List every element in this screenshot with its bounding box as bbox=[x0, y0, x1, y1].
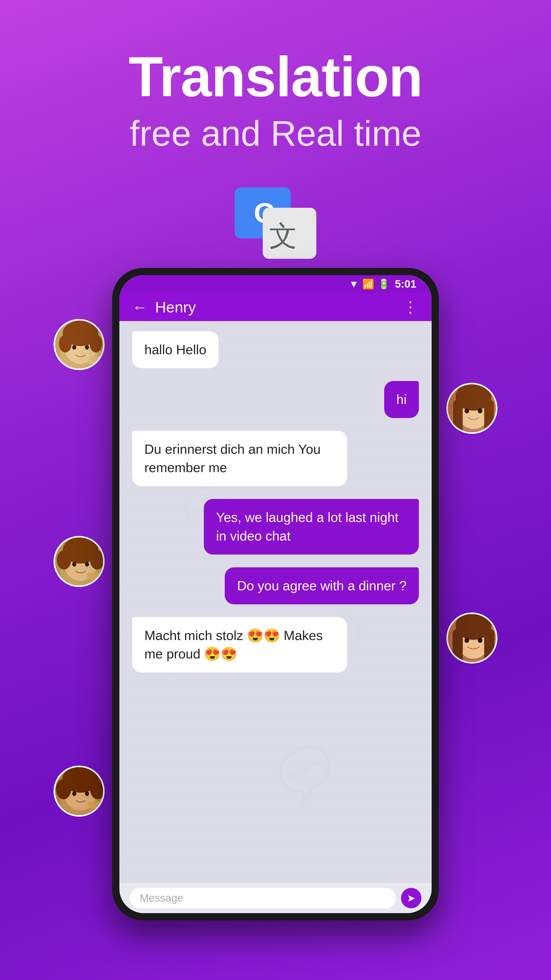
svg-point-8 bbox=[59, 334, 72, 352]
bubble-5: Do you agree with a dinner ? bbox=[225, 567, 419, 605]
svg-point-10 bbox=[72, 345, 76, 350]
svg-point-17 bbox=[57, 550, 71, 570]
svg-point-20 bbox=[85, 562, 89, 566]
svg-rect-44 bbox=[484, 629, 494, 663]
svg-rect-43 bbox=[453, 629, 463, 663]
bubble-6: Macht mich stolz 😍😍 Makes me proud 😍😍 bbox=[132, 617, 347, 673]
svg-rect-36 bbox=[484, 400, 494, 434]
svg-point-37 bbox=[465, 408, 469, 414]
message-row-4: Yes, we laughed a lot last night in vide… bbox=[132, 499, 419, 555]
svg-point-26 bbox=[56, 779, 71, 799]
avatar-right-1 bbox=[446, 383, 497, 434]
sub-title: free and Real time bbox=[0, 113, 551, 154]
wifi-icon: ▼ bbox=[349, 279, 359, 290]
avatar-left-1 bbox=[54, 319, 105, 370]
message-row-6: Macht mich stolz 😍😍 Makes me proud 😍😍 bbox=[132, 617, 419, 673]
bubble-1: hallo Hello bbox=[132, 331, 219, 368]
svg-text:文: 文 bbox=[269, 220, 297, 251]
svg-point-45 bbox=[465, 638, 469, 643]
status-icons: ▼ 📶 🔋 bbox=[349, 278, 390, 290]
svg-point-28 bbox=[72, 791, 76, 796]
svg-point-38 bbox=[478, 408, 483, 414]
translate-icon: G 文 bbox=[232, 185, 319, 264]
status-bar: ▼ 📶 🔋 5:01 bbox=[119, 275, 432, 293]
bubble-2: hi bbox=[384, 381, 419, 418]
svg-point-19 bbox=[72, 562, 76, 566]
svg-text:💬: 💬 bbox=[268, 734, 345, 810]
bubble-3: Du erinnerst dich an mich You remember m… bbox=[132, 431, 347, 487]
battery-icon: 🔋 bbox=[378, 278, 390, 290]
avatar-left-3 bbox=[54, 765, 105, 817]
message-row-3: Du erinnerst dich an mich You remember m… bbox=[132, 431, 419, 487]
message-row-5: Do you agree with a dinner ? bbox=[132, 567, 419, 605]
svg-point-18 bbox=[90, 550, 104, 570]
svg-point-29 bbox=[85, 791, 89, 796]
chat-header: ← Henry ⋮ bbox=[119, 293, 432, 321]
send-button[interactable]: ➤ bbox=[401, 888, 421, 908]
avatar-right-2 bbox=[446, 612, 497, 663]
svg-point-11 bbox=[85, 345, 89, 350]
menu-icon[interactable]: ⋮ bbox=[403, 298, 419, 316]
svg-point-46 bbox=[478, 638, 483, 643]
svg-text:💬: 💬 bbox=[119, 415, 132, 491]
send-icon: ➤ bbox=[407, 892, 416, 904]
signal-icon: 📶 bbox=[362, 278, 374, 290]
svg-point-9 bbox=[89, 334, 102, 352]
phone-wrapper: ▼ 📶 🔋 5:01 ← Henry ⋮ 💬 💬 bbox=[112, 268, 439, 920]
bubble-4: Yes, we laughed a lot last night in vide… bbox=[204, 499, 419, 555]
message-row-1: hallo Hello bbox=[132, 331, 419, 368]
avatar-left-2 bbox=[54, 536, 105, 587]
main-title: Translation bbox=[0, 46, 551, 108]
translate-icon-wrapper: G 文 bbox=[0, 185, 551, 264]
contact-name: Henry bbox=[155, 298, 395, 316]
svg-rect-12 bbox=[88, 356, 101, 364]
header-section: Translation free and Real time bbox=[0, 0, 551, 154]
svg-rect-30 bbox=[88, 802, 101, 808]
svg-rect-21 bbox=[87, 573, 101, 580]
svg-rect-35 bbox=[453, 400, 463, 434]
status-time: 5:01 bbox=[395, 278, 416, 290]
phone-outer: ▼ 📶 🔋 5:01 ← Henry ⋮ 💬 💬 bbox=[112, 268, 439, 920]
chat-area: 💬 💬 💬 💬 💬 hallo Hello hi bbox=[119, 321, 432, 883]
back-arrow-icon[interactable]: ← bbox=[132, 298, 148, 316]
message-input[interactable]: Message bbox=[130, 888, 396, 908]
input-placeholder: Message bbox=[140, 892, 183, 904]
phone-inner: ▼ 📶 🔋 5:01 ← Henry ⋮ 💬 💬 bbox=[119, 275, 432, 913]
message-row-2: hi bbox=[132, 381, 419, 418]
input-bar: Message ➤ bbox=[119, 883, 432, 913]
